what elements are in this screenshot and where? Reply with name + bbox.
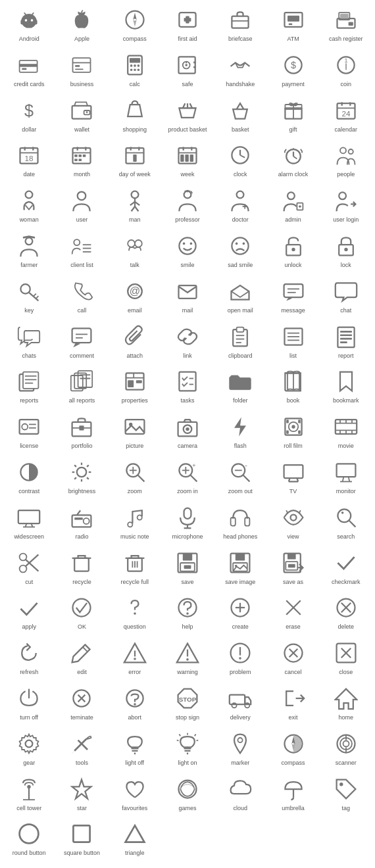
icon-cell-radio[interactable]: radio [55,500,108,546]
icon-cell-portfolio[interactable]: portfolio [55,410,108,455]
icon-cell-brightness[interactable]: brightness [55,455,108,500]
icon-cell-client-list[interactable]: client list [55,229,108,274]
icon-cell-camera[interactable]: camera [161,410,214,455]
icon-cell-contrast[interactable]: contrast [3,455,55,500]
icon-cell-book[interactable]: book [266,364,319,410]
icon-cell-edit[interactable]: edit [55,636,108,681]
icon-cell-all-reports[interactable]: all reports [55,364,108,410]
icon-cell-roll-film[interactable]: roll film [266,410,319,455]
icon-cell-help[interactable]: help [161,591,214,636]
icon-cell-umbrella[interactable]: umbrella [266,772,319,817]
icon-cell-cancel[interactable]: cancel [266,636,319,681]
icon-cell-view[interactable]: view [266,500,319,546]
icon-cell-handshake[interactable]: handshake [214,48,266,93]
icon-cell-gift[interactable]: gift [266,93,319,139]
icon-cell-tools[interactable]: tools [55,727,108,772]
icon-cell-key[interactable]: key [3,274,55,320]
icon-cell-zoom-out[interactable]: -zoom out [214,455,266,500]
icon-cell-tag[interactable]: tag [320,772,372,817]
icon-cell-month[interactable]: month [55,138,108,183]
icon-cell-link[interactable]: link [161,320,214,365]
icon-cell-safe[interactable]: safe [161,48,214,93]
icon-cell-tasks[interactable]: tasks [161,364,214,410]
icon-cell-exit[interactable]: exit [266,681,319,727]
icon-cell-mail[interactable]: mail [161,274,214,320]
icon-cell-cell-tower[interactable]: cell tower [3,772,55,817]
icon-cell-flash[interactable]: flash [214,410,266,455]
icon-cell-scanner[interactable]: scanner [320,727,372,772]
icon-cell-alarm-clock[interactable]: alarm clock [266,138,319,183]
icon-cell-head-phones[interactable]: head phones [214,500,266,546]
icon-cell-basket[interactable]: basket [214,93,266,139]
icon-cell-woman[interactable]: woman [3,183,55,229]
icon-cell-checkmark[interactable]: checkmark [320,546,372,591]
icon-cell-error[interactable]: error [109,636,161,681]
icon-cell-license[interactable]: license [3,410,55,455]
icon-cell-save-as[interactable]: save as [266,546,319,591]
icon-cell-picture[interactable]: picture [109,410,161,455]
icon-cell-terminate[interactable]: teminate [55,681,108,727]
icon-cell-message[interactable]: message [266,274,319,320]
icon-cell-save[interactable]: save [161,546,214,591]
icon-cell-folder[interactable]: folder [214,364,266,410]
icon-cell-people[interactable]: people [320,138,372,183]
icon-cell-clock[interactable]: clock [214,138,266,183]
icon-cell-games[interactable]: games [161,772,214,817]
icon-cell-credit-cards[interactable]: credit cards [3,48,55,93]
icon-cell-wallet[interactable]: wallet [55,93,108,139]
icon-cell-attach[interactable]: attach [109,320,161,365]
icon-cell-monitor[interactable]: monitor [320,455,372,500]
icon-cell-turn-off[interactable]: turn off [3,681,55,727]
icon-cell-recycle[interactable]: recycle [55,546,108,591]
icon-cell-cut[interactable]: cut [3,546,55,591]
icon-cell-compass-nav[interactable]: compass [109,3,161,48]
icon-cell-erase[interactable]: erase [266,591,319,636]
icon-cell-abort[interactable]: abort [109,681,161,727]
icon-cell-delete[interactable]: delete [320,591,372,636]
icon-cell-cloud[interactable]: cloud [214,772,266,817]
icon-cell-zoom[interactable]: zoom [109,455,161,500]
icon-cell-user-login[interactable]: user login [320,183,372,229]
icon-cell-warning[interactable]: warning [161,636,214,681]
icon-cell-calc[interactable]: calc [109,48,161,93]
icon-cell-product-basket[interactable]: product basket [161,93,214,139]
icon-cell-business[interactable]: business [55,48,108,93]
icon-cell-triangle[interactable]: triangle [109,817,161,862]
icon-cell-admin[interactable]: admin [266,183,319,229]
icon-cell-payment[interactable]: $payment [266,48,319,93]
icon-cell-comment[interactable]: comment [55,320,108,365]
icon-cell-marker[interactable]: marker [214,727,266,772]
icon-cell-compass2[interactable]: compass [266,727,319,772]
icon-cell-apple[interactable]: Apple [55,3,108,48]
icon-cell-doctor[interactable]: doctor [214,183,266,229]
icon-cell-report[interactable]: report [320,320,372,365]
icon-cell-light-on[interactable]: light on [161,727,214,772]
icon-cell-talk[interactable]: talk [109,229,161,274]
icon-cell-chats[interactable]: chats [3,320,55,365]
icon-cell-open-mail[interactable]: open mail [214,274,266,320]
icon-cell-refresh[interactable]: refresh [3,636,55,681]
icon-cell-light-off[interactable]: light off [109,727,161,772]
icon-cell-movie[interactable]: movie [320,410,372,455]
icon-cell-cash-register[interactable]: cash register [320,3,372,48]
icon-cell-chat[interactable]: chat [320,274,372,320]
icon-cell-bookmark[interactable]: bookmark [320,364,372,410]
icon-cell-favourites[interactable]: favourites [109,772,161,817]
icon-cell-clipboard[interactable]: clipboard [214,320,266,365]
icon-cell-stop-sign[interactable]: STOPstop sign [161,681,214,727]
icon-cell-close[interactable]: close [320,636,372,681]
icon-cell-square-button[interactable]: square button [55,817,108,862]
icon-cell-professor[interactable]: professor [161,183,214,229]
icon-cell-android[interactable]: Android [3,3,55,48]
icon-cell-dollar[interactable]: $dollar [3,93,55,139]
icon-cell-question[interactable]: question [109,591,161,636]
icon-cell-date[interactable]: 18date [3,138,55,183]
icon-cell-delivery[interactable]: delivery [214,681,266,727]
icon-cell-email[interactable]: @email [109,274,161,320]
icon-cell-shopping[interactable]: shopping [109,93,161,139]
icon-cell-tv[interactable]: TV [266,455,319,500]
icon-cell-coin[interactable]: 1coin [320,48,372,93]
icon-cell-reports[interactable]: reports [3,364,55,410]
icon-cell-save-image[interactable]: save image [214,546,266,591]
icon-cell-calendar[interactable]: 24calendar [320,93,372,139]
